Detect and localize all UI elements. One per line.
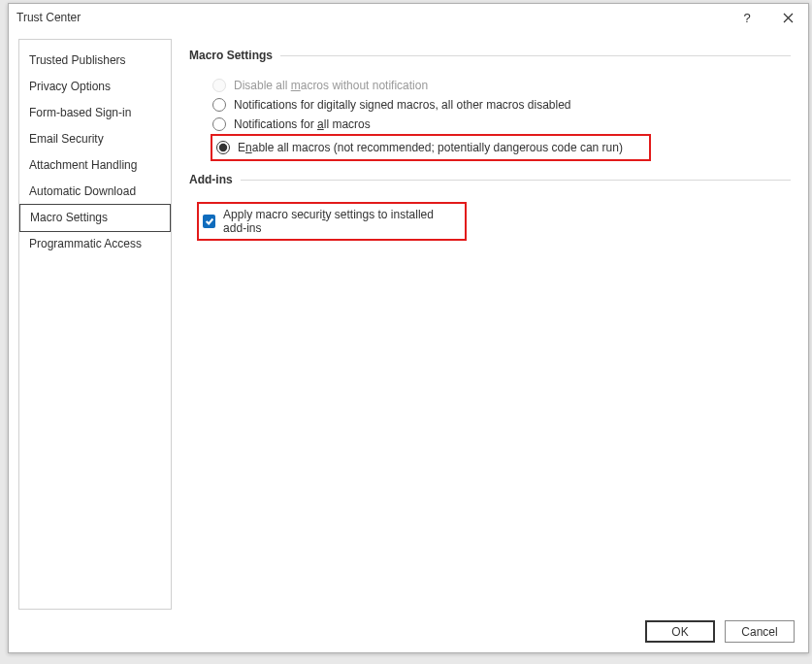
radio-input-disable-all [212, 79, 226, 92]
checkbox-input[interactable] [203, 215, 215, 228]
radio-enable-all[interactable]: Enable all macros (not recommended; pote… [216, 138, 623, 157]
sidebar-item-macro-settings[interactable]: Macro Settings [19, 204, 171, 232]
section-title-macro: Macro Settings [189, 49, 273, 62]
close-button[interactable] [767, 4, 808, 31]
sidebar: Trusted Publishers Privacy Options Form-… [18, 39, 172, 610]
sidebar-item-form-based-sign-in[interactable]: Form-based Sign-in [19, 100, 171, 126]
radio-digitally-signed[interactable]: Notifications for digitally signed macro… [189, 95, 791, 115]
highlight-apply-security: Apply macro security settings to install… [197, 202, 467, 241]
radio-disable-all-macros: Disable all macros without notification [189, 76, 791, 95]
section-divider [241, 180, 791, 181]
checkbox-apply-security[interactable]: Apply macro security settings to install… [203, 206, 459, 237]
radio-input-enable-all[interactable] [216, 141, 230, 154]
sidebar-item-email-security[interactable]: Email Security [19, 126, 171, 152]
radio-label: Notifications for all macros [234, 117, 371, 131]
sidebar-item-trusted-publishers[interactable]: Trusted Publishers [19, 48, 171, 74]
close-icon [783, 13, 794, 23]
help-button[interactable]: ? [727, 4, 767, 31]
radio-input-digitally-signed[interactable] [212, 98, 226, 112]
sidebar-item-attachment-handling[interactable]: Attachment Handling [19, 152, 171, 179]
highlight-enable-all: Enable all macros (not recommended; pote… [211, 134, 651, 161]
radio-label: Notifications for digitally signed macro… [234, 98, 571, 112]
dialog-buttons: OK Cancel [645, 620, 795, 643]
sidebar-item-automatic-download[interactable]: Automatic Download [19, 179, 171, 205]
content-pane: Macro Settings Disable all macros withou… [172, 39, 798, 610]
section-divider [280, 55, 791, 56]
dialog-title: Trust Center [16, 11, 81, 24]
section-title-addins: Add-ins [189, 173, 233, 186]
radio-input-all-macros[interactable] [212, 117, 226, 131]
sidebar-item-programmatic-access[interactable]: Programmatic Access [19, 231, 171, 257]
cancel-button[interactable]: Cancel [725, 620, 795, 643]
radio-label: Disable all macros without notification [234, 79, 428, 92]
checkbox-label: Apply macro security settings to install… [223, 208, 459, 235]
sidebar-item-privacy-options[interactable]: Privacy Options [19, 74, 171, 100]
ok-button[interactable]: OK [645, 620, 715, 643]
radio-label: Enable all macros (not recommended; pote… [238, 141, 623, 154]
trust-center-dialog: Trust Center ? Trusted Publishers Privac… [8, 3, 809, 653]
titlebar: Trust Center ? [9, 4, 808, 31]
check-icon [205, 216, 214, 226]
radio-all-macros[interactable]: Notifications for all macros [189, 115, 791, 134]
